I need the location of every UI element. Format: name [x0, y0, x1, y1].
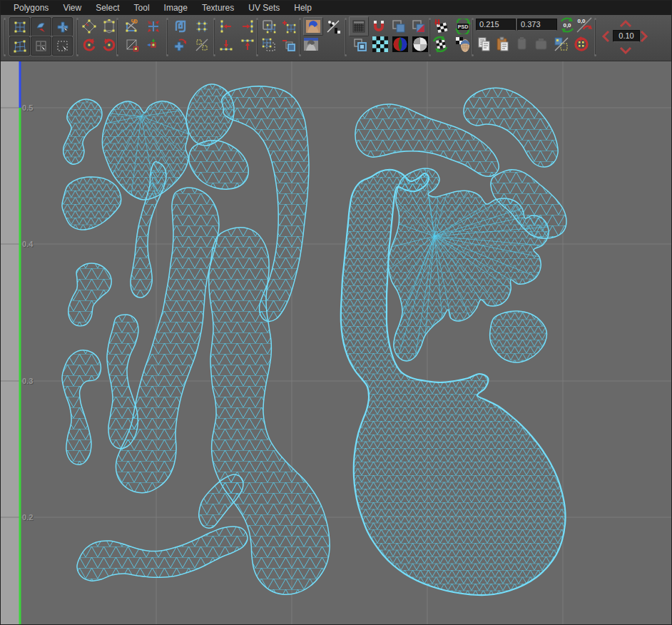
grayscale-image-button[interactable] — [302, 36, 320, 53]
snap-magnet-button[interactable] — [370, 18, 387, 35]
menu-image[interactable]: Image — [157, 1, 195, 15]
group-separator[interactable] — [76, 19, 80, 55]
group-separator[interactable] — [594, 19, 598, 55]
texture-borders-button[interactable] — [410, 18, 427, 35]
group-separator[interactable] — [213, 19, 217, 55]
grid-box-button[interactable] — [260, 18, 278, 35]
cut-uv-edges-button[interactable] — [123, 18, 141, 35]
v-label-0.3: 0.3 — [22, 377, 33, 385]
force-editor-refresh-button[interactable] — [433, 18, 450, 35]
paste-uv-toggle-button[interactable] — [553, 36, 570, 53]
nav-up-button[interactable] — [618, 18, 633, 31]
uv-shell-curl-blob[interactable] — [490, 311, 547, 362]
menu-tool[interactable]: Tool — [127, 1, 157, 15]
uv-shell-kidney-blob[interactable] — [62, 177, 121, 230]
display-rgb-button[interactable] — [392, 36, 409, 53]
v-label-0.5: 0.5 — [22, 103, 33, 112]
grid-subtract-button[interactable] — [280, 36, 297, 54]
menu-help[interactable]: Help — [287, 1, 319, 15]
select-shell-tool-button[interactable] — [31, 36, 51, 56]
copy-disabled-button[interactable] — [514, 36, 531, 53]
uv-shell-bottom-snake[interactable] — [77, 527, 248, 581]
grid-dotted-button[interactable] — [260, 36, 278, 54]
update-psd-networks-button[interactable]: PSD — [454, 18, 472, 35]
v-coordinate-field[interactable]: 0.373 — [517, 19, 557, 31]
menu-uv-sets[interactable]: UV Sets — [241, 1, 287, 15]
group-separator[interactable] — [166, 19, 170, 55]
shell-borders-small-button[interactable] — [352, 36, 369, 54]
align-down-button[interactable] — [218, 36, 235, 54]
v-label-0.2: 0.2 — [22, 513, 33, 522]
uv-snapshot-button[interactable] — [454, 36, 472, 53]
uv-toolbar: PSD 0.215 0.373 0,0 0,0 0.10 — [1, 15, 671, 61]
uv-smudge-tool-button[interactable] — [31, 17, 51, 36]
group-separator[interactable] — [256, 19, 260, 55]
refresh-image-button[interactable] — [432, 36, 449, 53]
menu-bar: Polygons View Select Tool Image Textures… — [1, 1, 671, 15]
rotate-ccw-button[interactable] — [81, 36, 98, 54]
menu-select[interactable]: Select — [88, 1, 126, 15]
align-up-button[interactable] — [239, 36, 256, 54]
flip-v-button[interactable] — [101, 18, 118, 35]
cycle-uvs-button[interactable] — [193, 36, 210, 54]
flip-u-button[interactable] — [81, 18, 98, 35]
menu-view[interactable]: View — [56, 1, 88, 15]
move-manipulator-button[interactable] — [145, 36, 162, 54]
uv-grid-labels: 0.50.50.40.40.30.30.20.2 — [22, 103, 34, 522]
marquee-select-tool-button[interactable] — [52, 36, 73, 56]
psd-label: PSD — [458, 24, 468, 29]
u-coordinate-field[interactable]: 0.215 — [476, 19, 516, 31]
uv-shells-layer — [62, 84, 566, 595]
move-uv-shell-tool-button[interactable] — [52, 17, 73, 36]
align-right-button[interactable] — [239, 18, 256, 35]
nav-right-button[interactable] — [640, 30, 648, 46]
layout-uvs-button[interactable] — [193, 18, 210, 35]
flip-shell-button[interactable] — [172, 36, 189, 54]
uv-shell-hook-b[interactable] — [68, 263, 111, 326]
copy-uvs-button[interactable] — [476, 36, 493, 53]
nav-left-button[interactable] — [601, 30, 610, 46]
uv-lattice-tool-button[interactable] — [9, 17, 30, 36]
group-separator[interactable] — [116, 19, 120, 55]
uv-shell-lump-c[interactable] — [189, 141, 248, 189]
uv-grid — [1, 61, 672, 625]
group-separator[interactable] — [345, 19, 348, 55]
align-left-button[interactable] — [218, 18, 235, 35]
uv-shell-cane[interactable] — [62, 350, 101, 465]
unfold-uvs-button[interactable] — [172, 18, 189, 35]
toolbar-grip[interactable] — [4, 19, 7, 55]
display-alpha-button[interactable] — [412, 36, 429, 53]
v-label-0.4: 0.4 — [22, 240, 34, 248]
uv-viewport[interactable]: 0.50.50.40.40.30.30.20.2 — [1, 61, 672, 625]
uv-texture-editor-window: { "menu": {"items": ["Polygons","View","… — [0, 0, 672, 625]
zero-uv-label: 0,0 — [563, 22, 571, 29]
zero-rotation-button[interactable]: 0,0 — [576, 16, 593, 34]
group-separator[interactable] — [472, 19, 475, 55]
zero-uv-button[interactable]: 0,0 — [559, 16, 576, 34]
cycle-uvs-red-button[interactable] — [573, 36, 590, 53]
uv-shell-hook-top-left[interactable] — [63, 99, 102, 164]
grid-add-button[interactable] — [280, 18, 297, 35]
display-image-button[interactable] — [303, 17, 323, 36]
menu-textures[interactable]: Textures — [195, 1, 241, 15]
pixel-snap-grid-button[interactable] — [349, 16, 369, 36]
sew-uv-edges-button[interactable] — [145, 18, 162, 35]
checker-tiles-button[interactable] — [372, 36, 389, 53]
shell-borders-button[interactable] — [390, 18, 407, 35]
paste-uvs-button[interactable] — [494, 36, 511, 53]
uv-shell-mid-snake[interactable] — [107, 315, 138, 449]
nudge-step-field[interactable]: 0.10 — [613, 30, 640, 42]
paste-disabled-button[interactable] — [533, 36, 550, 53]
rotate-cw-button[interactable] — [101, 36, 118, 54]
menu-polygons[interactable]: Polygons — [6, 1, 56, 15]
corner-pin-button[interactable] — [123, 36, 141, 54]
dim-image-ratio-button[interactable] — [325, 18, 342, 35]
zero-rotation-label: 0,0 — [577, 18, 586, 24]
nav-down-button[interactable] — [618, 45, 633, 58]
lattice-deform-tool-button[interactable] — [9, 36, 30, 56]
